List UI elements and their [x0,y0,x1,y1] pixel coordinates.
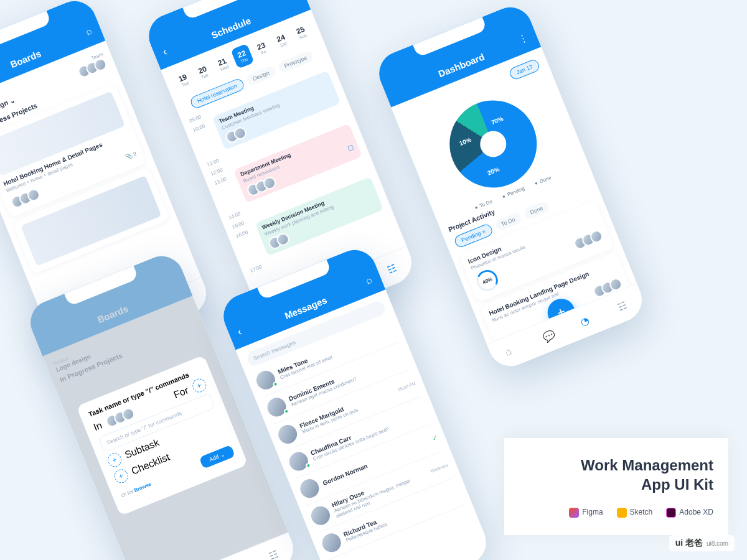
add-checklist-button[interactable]: + [112,467,130,485]
progress-ring: 48% [474,267,501,294]
tools-row: Figma Sketch Adobe XD [519,508,713,518]
video-icon[interactable]: ▢ [346,143,356,157]
day-item[interactable]: 21Wed [211,51,235,77]
home-icon[interactable]: ⌂ [504,343,520,359]
day-item-selected[interactable]: 22Thu [230,44,254,69]
product-title: Work Management App UI Kit [519,455,713,494]
day-item[interactable]: 25Sun [289,20,313,45]
tool-sketch: Sketch [617,508,653,518]
tool-figma: Figma [569,508,603,518]
tool-xd: Adobe XD [666,508,713,518]
add-assignee-button[interactable]: + [190,376,208,394]
watermark: ui 老爸 ui8.com [669,535,735,551]
product-info-panel: Work Management App UI Kit Figma Sketch … [504,438,728,535]
day-item[interactable]: 24Sat [270,27,293,53]
tab-chip[interactable]: Done [522,200,550,220]
check-icon: ✓ [431,434,439,442]
task-modal: Task name or type "/" commands In For + … [76,355,248,516]
avatar [265,395,289,419]
attachment-count: 📎 2 [125,151,138,161]
avatar [308,503,332,528]
date-chip[interactable]: Jan 17 [508,58,541,81]
add-subtask-button[interactable]: + [105,451,123,469]
calendar-icon[interactable]: ☷ [385,260,402,276]
day-item[interactable]: 19Tue [172,67,195,93]
avatar [253,368,278,392]
in-label: In [92,420,104,434]
avatar [319,531,344,555]
browse-link[interactable]: Browse [133,481,152,493]
day-item[interactable]: 20Tue [191,59,215,85]
chat-icon[interactable]: 💬 [541,328,557,344]
avatar [276,422,300,446]
stats-icon[interactable]: ◔ [578,312,594,329]
avatar [298,477,322,501]
phone-dashboard: Dashboard ⋮ Jan 17 70% 20% 10% To DoPend… [372,1,648,373]
avatar [286,449,311,474]
calendar-icon[interactable]: ☷ [616,297,632,314]
for-label: For [172,385,190,401]
tab-chip[interactable]: To Do [494,212,523,232]
day-item[interactable]: 23Fri [250,35,274,61]
calendar-icon[interactable]: ☷ [267,546,283,560]
